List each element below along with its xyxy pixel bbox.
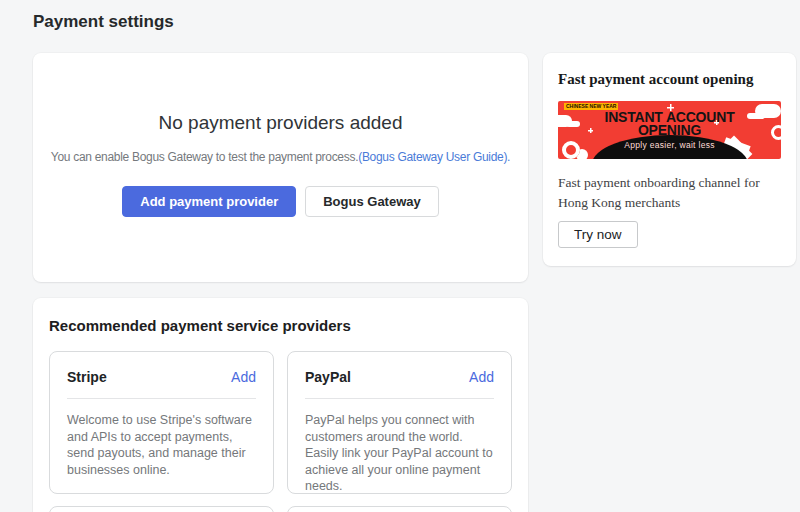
provider-card-header: Stripe Add [50, 352, 273, 385]
empty-state-description-text: You can enable Bogus Gateway to test the… [51, 150, 358, 164]
payment-providers-card: No payment providers added You can enabl… [33, 53, 528, 282]
try-now-button[interactable]: Try now [558, 221, 638, 248]
page-title: Payment settings [33, 12, 174, 32]
banner-badge: CHINESE NEW YEAR [564, 103, 618, 110]
empty-state-title: No payment providers added [33, 111, 528, 135]
empty-state-actions: Add payment provider Bogus Gateway [33, 186, 528, 217]
provider-grid: Stripe Add Welcome to use Stripe's softw… [49, 351, 512, 512]
banner-headline: INSTANT ACCOUNT OPENING [558, 111, 781, 137]
promo-card: Fast payment account opening CHINESE NEW… [543, 53, 796, 266]
promo-description: Fast payment onboarding channel for Hong… [558, 173, 781, 214]
bogus-gateway-button[interactable]: Bogus Gateway [305, 186, 439, 217]
cloud-swirl-icon [562, 141, 580, 159]
provider-name: Stripe [67, 369, 107, 385]
divider [67, 398, 256, 399]
provider-card-partial [49, 506, 274, 512]
banner-arc: Apply easier, wait less [592, 135, 748, 159]
add-stripe-link[interactable]: Add [231, 369, 256, 385]
add-payment-provider-button[interactable]: Add payment provider [122, 186, 296, 217]
provider-card-stripe: Stripe Add Welcome to use Stripe's softw… [49, 351, 274, 494]
provider-card-paypal: PayPal Add PayPal helps you connect with… [287, 351, 512, 494]
banner-tagline: Apply easier, wait less [592, 140, 748, 150]
bogus-gateway-guide-link[interactable]: (Bogus Gateway User Guide). [358, 150, 510, 164]
provider-description: Welcome to use Stripe's software and API… [67, 412, 256, 478]
empty-state: No payment providers added You can enabl… [33, 53, 528, 217]
provider-card-header: PayPal Add [288, 352, 511, 385]
add-paypal-link[interactable]: Add [469, 369, 494, 385]
recommended-title: Recommended payment service providers [33, 298, 528, 334]
empty-state-description: You can enable Bogus Gateway to test the… [33, 150, 528, 165]
provider-description: PayPal helps you connect with customers … [305, 412, 494, 494]
divider [305, 398, 494, 399]
recommended-providers-card: Recommended payment service providers St… [33, 298, 528, 512]
promo-banner-image[interactable]: CHINESE NEW YEAR INSTANT ACCOUNT OPENING… [558, 101, 781, 159]
provider-card-partial [287, 506, 512, 512]
promo-title: Fast payment account opening [543, 53, 796, 88]
provider-name: PayPal [305, 369, 351, 385]
